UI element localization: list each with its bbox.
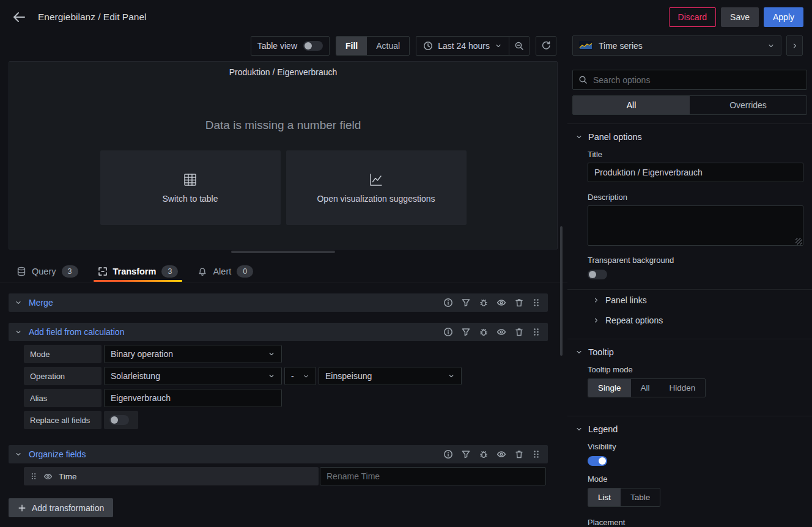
chevron-down-icon — [268, 372, 275, 380]
eye-icon[interactable] — [496, 449, 506, 459]
chevron-down-icon — [767, 42, 775, 50]
eye-icon[interactable] — [496, 327, 506, 337]
info-icon[interactable] — [443, 327, 453, 337]
switch-to-table-card[interactable]: Switch to table — [100, 150, 281, 225]
back-button[interactable] — [9, 7, 29, 28]
tab-transform[interactable]: Transform 3 — [91, 260, 185, 282]
legend-visibility-label: Visibility — [588, 442, 803, 451]
chevron-down-icon — [575, 133, 583, 141]
panel-options-subsections: Panel links Repeat options — [567, 289, 812, 330]
transparent-background-toggle[interactable] — [588, 270, 607, 279]
description-textarea[interactable] — [588, 205, 803, 246]
transform-addfield-header: Add field from calculation — [9, 323, 548, 341]
debug-icon[interactable] — [479, 298, 489, 308]
filter-icon[interactable] — [461, 327, 471, 337]
eye-icon[interactable] — [496, 298, 506, 308]
transform-organize-header: Organize fields — [9, 445, 548, 463]
collapse-options-button[interactable] — [786, 35, 803, 56]
page-title: Energiebilanz / Edit Panel — [38, 12, 147, 23]
info-icon[interactable] — [443, 449, 453, 459]
visualization-suggestions-card[interactable]: Open visualization suggestions — [286, 150, 467, 225]
refresh-icon — [541, 41, 551, 51]
discard-button[interactable]: Discard — [669, 7, 716, 27]
fill-option[interactable]: Fill — [336, 37, 367, 55]
drag-handle-icon[interactable] — [532, 327, 541, 337]
app-header: Energiebilanz / Edit Panel Discard Save … — [0, 0, 812, 34]
legend-visibility-toggle[interactable] — [588, 456, 607, 466]
panel-action-cards: Switch to table Open visualization sugge… — [9, 150, 557, 225]
legend-mode-list[interactable]: List — [588, 488, 621, 506]
trash-icon[interactable] — [514, 298, 524, 308]
fill-actual-group: Fill Actual — [336, 36, 410, 56]
eye-icon[interactable] — [43, 472, 53, 481]
tooltip-mode-single[interactable]: Single — [588, 379, 631, 397]
panel-title-input[interactable] — [588, 163, 803, 182]
alias-input[interactable] — [104, 389, 282, 407]
tooltip-mode-hidden[interactable]: Hidden — [660, 379, 706, 397]
time-range-picker[interactable]: Last 24 hours — [416, 36, 509, 56]
tooltip-mode-all[interactable]: All — [631, 379, 660, 397]
add-transformation-label: Add transformation — [32, 503, 104, 513]
debug-icon[interactable] — [479, 449, 489, 459]
panel-resize-handle[interactable] — [231, 251, 335, 253]
legend-mode-table[interactable]: Table — [621, 488, 660, 506]
left-operand-select[interactable]: Solarleistung — [104, 367, 282, 385]
tab-transform-count: 3 — [161, 265, 178, 278]
panel-options-header[interactable]: Panel options — [567, 124, 812, 142]
clock-icon — [423, 41, 433, 51]
save-button[interactable]: Save — [721, 7, 759, 27]
operator-select[interactable]: - — [284, 367, 316, 385]
drag-handle-icon[interactable] — [532, 449, 541, 459]
section-legend: Legend Visibility Mode List Table Placem… — [567, 416, 812, 527]
tab-query[interactable]: Query 3 — [10, 260, 85, 282]
section-tooltip: Tooltip Tooltip mode Single All Hidden — [567, 339, 812, 407]
transform-merge-title[interactable]: Merge — [29, 298, 53, 308]
search-options-input[interactable] — [572, 70, 807, 90]
actual-option[interactable]: Actual — [367, 37, 409, 55]
time-range-label: Last 24 hours — [438, 41, 490, 51]
filter-icon[interactable] — [461, 449, 471, 459]
chevron-right-icon — [592, 297, 600, 304]
visualization-picker[interactable]: Time series — [572, 35, 781, 56]
refresh-button[interactable] — [536, 36, 556, 56]
field-time-label: Time — [59, 472, 77, 481]
trash-icon[interactable] — [514, 327, 524, 337]
transform-organize-actions — [443, 449, 541, 459]
chevron-down-icon — [303, 373, 309, 380]
tooltip-title: Tooltip — [588, 347, 614, 357]
tooltip-mode-group: Single All Hidden — [588, 378, 706, 397]
legend-header[interactable]: Legend — [567, 416, 812, 434]
chevron-down-icon — [575, 426, 583, 433]
filter-icon[interactable] — [461, 298, 471, 308]
drag-handle-icon[interactable] — [30, 472, 37, 481]
trash-icon[interactable] — [514, 449, 524, 459]
replace-all-fields-toggle[interactable] — [109, 415, 129, 425]
vertical-scrollbar[interactable] — [560, 226, 563, 356]
table-view-toggle[interactable] — [303, 41, 323, 51]
tooltip-mode-label: Tooltip mode — [588, 365, 803, 374]
debug-icon[interactable] — [479, 327, 489, 337]
right-operand-select[interactable]: Einspeisung — [319, 367, 462, 385]
description-label: Description — [588, 193, 803, 202]
repeat-options-row[interactable]: Repeat options — [567, 310, 812, 330]
chevron-down-icon — [15, 328, 22, 336]
add-transformation-button[interactable]: Add transformation — [9, 498, 113, 517]
zoom-out-button[interactable] — [509, 36, 530, 56]
transform-addfield-title[interactable]: Add field from calculation — [29, 327, 124, 337]
mode-select[interactable]: Binary operation — [104, 345, 282, 363]
chevron-right-icon — [592, 317, 600, 324]
apply-button[interactable]: Apply — [764, 7, 803, 27]
info-icon[interactable] — [443, 298, 453, 308]
panel-links-row[interactable]: Panel links — [567, 290, 812, 310]
rename-time-input[interactable] — [320, 467, 546, 485]
switch-to-table-label: Switch to table — [162, 194, 218, 204]
table-view-control: Table view — [251, 36, 330, 56]
drag-handle-icon[interactable] — [532, 298, 541, 308]
transform-organize-title[interactable]: Organize fields — [29, 449, 86, 459]
tab-alert[interactable]: Alert 0 — [191, 260, 260, 282]
chevron-down-icon — [15, 299, 22, 306]
options-tab-overrides[interactable]: Overrides — [690, 96, 806, 114]
options-tab-all[interactable]: All — [573, 96, 690, 114]
tooltip-header[interactable]: Tooltip — [567, 339, 812, 357]
options-pane: Time series All Overrides Panel options … — [567, 34, 812, 527]
